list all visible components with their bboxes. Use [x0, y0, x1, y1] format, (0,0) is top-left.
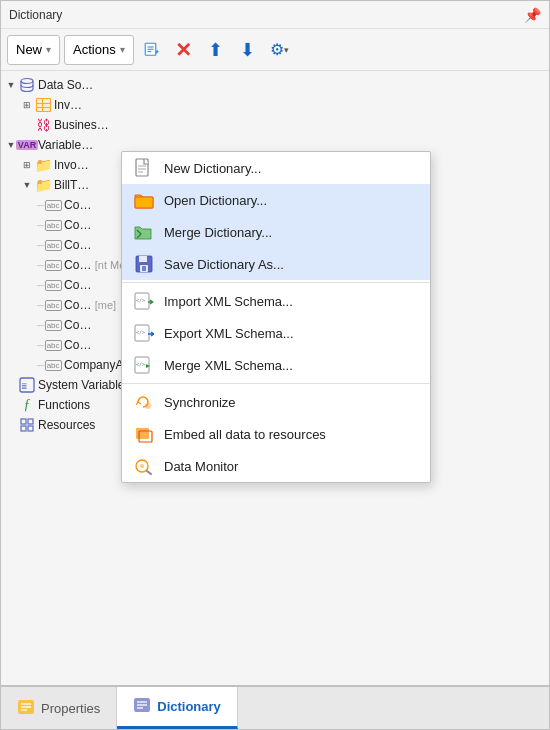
menu-item-label: Open Dictionary... — [164, 193, 267, 208]
tree-item-label: System Variables — [38, 378, 130, 392]
up-arrow-icon: ⬆ — [208, 39, 223, 61]
svg-text:</>: </> — [136, 329, 145, 335]
db-icon — [19, 77, 35, 93]
menu-item-label: Merge Dictionary... — [164, 225, 272, 240]
expand-icon: ⊞ — [21, 99, 33, 111]
window-title: Dictionary — [9, 8, 62, 22]
tree-item-label: Busines… — [54, 118, 109, 132]
svg-rect-11 — [43, 108, 50, 111]
tab-dictionary-label: Dictionary — [157, 699, 221, 714]
menu-item-merge-xml[interactable]: </> Merge XML Schema... — [122, 349, 430, 381]
actions-dropdown: New Dictionary... Open Dictionary... Mer… — [121, 151, 431, 483]
abc-icon: abc — [45, 317, 61, 333]
new-doc-icon — [134, 158, 154, 178]
abc-icon: abc — [45, 337, 61, 353]
folder-icon: 📁 — [35, 177, 51, 193]
import-xml-icon: </> — [134, 291, 154, 311]
tab-dictionary[interactable]: Dictionary — [117, 687, 238, 729]
menu-item-open-dict[interactable]: Open Dictionary... — [122, 184, 430, 216]
delete-icon: ✕ — [175, 38, 192, 62]
menu-item-label: New Dictionary... — [164, 161, 261, 176]
tree-line: ─ — [37, 300, 44, 311]
function-icon: ƒ — [19, 397, 35, 413]
expand-icon: ▼ — [5, 79, 17, 91]
svg-rect-7 — [43, 99, 50, 103]
edit-button[interactable] — [138, 36, 166, 64]
move-down-button[interactable]: ⬇ — [234, 36, 262, 64]
link-icon: ⛓ — [35, 117, 51, 133]
expand-icon — [21, 119, 33, 131]
new-button[interactable]: New ▾ — [7, 35, 60, 65]
tree-item-label: Invo… — [54, 158, 89, 172]
menu-item-label: Export XML Schema... — [164, 326, 294, 341]
tab-properties-label: Properties — [41, 701, 100, 716]
merge-xml-icon: </> — [134, 355, 154, 375]
monitor-icon — [134, 456, 154, 476]
menu-item-new-dict[interactable]: New Dictionary... — [122, 152, 430, 184]
menu-item-save-dict-as[interactable]: Save Dictionary As... — [122, 248, 430, 280]
settings-chevron: ▾ — [284, 45, 289, 55]
tree-line: ─ — [37, 360, 44, 371]
tab-properties[interactable]: Properties — [1, 687, 117, 729]
menu-item-label: Synchronize — [164, 395, 236, 410]
menu-item-merge-dict[interactable]: Merge Dictionary... — [122, 216, 430, 248]
actions-label: Actions — [73, 42, 116, 57]
menu-item-synchronize[interactable]: Synchronize — [122, 386, 430, 418]
save-icon — [134, 254, 154, 274]
abc-icon: abc — [45, 297, 61, 313]
svg-rect-17 — [28, 426, 33, 431]
menu-item-data-monitor[interactable]: Data Monitor — [122, 450, 430, 482]
expand-icon: ▼ — [21, 179, 33, 191]
tree-item-label: Variable… — [38, 138, 93, 152]
tab-bar: Properties Dictionary — [1, 685, 549, 729]
down-arrow-icon: ⬇ — [240, 39, 255, 61]
menu-item-embed-data[interactable]: Embed all data to resources — [122, 418, 430, 450]
abc-icon: abc — [45, 217, 61, 233]
folder-icon: 📁 — [35, 157, 51, 173]
menu-item-import-xml[interactable]: </> Import XML Schema... — [122, 285, 430, 317]
actions-chevron: ▾ — [120, 44, 125, 55]
expand-icon — [5, 419, 17, 431]
pin-icon[interactable]: 📌 — [524, 7, 541, 23]
move-up-button[interactable]: ⬆ — [202, 36, 230, 64]
actions-button[interactable]: Actions ▾ — [64, 35, 134, 65]
tree-line: ─ — [37, 240, 44, 251]
tree-item-label: BillT… — [54, 178, 89, 192]
expand-icon — [5, 399, 17, 411]
separator-1 — [122, 282, 430, 283]
properties-tab-icon — [17, 699, 35, 718]
svg-text:≣: ≣ — [22, 381, 28, 391]
open-folder-icon — [134, 190, 154, 210]
menu-item-label: Data Monitor — [164, 459, 238, 474]
settings-button[interactable]: ⚙ ▾ — [266, 36, 294, 64]
menu-item-label: Embed all data to resources — [164, 427, 326, 442]
tree-item-label: Co… — [64, 198, 91, 212]
edit-icon — [143, 41, 161, 59]
abc-icon: abc — [45, 357, 61, 373]
embed-icon — [134, 424, 154, 444]
tree-item-label: Inv… — [54, 98, 82, 112]
svg-point-37 — [140, 464, 144, 468]
delete-button[interactable]: ✕ — [170, 36, 198, 64]
abc-icon: abc — [45, 257, 61, 273]
tree-item-label: Co… — [64, 238, 91, 252]
tree-item-business[interactable]: ⛓ Busines… — [1, 115, 549, 135]
tree-item-data-sources[interactable]: ▼ Data So… — [1, 75, 549, 95]
menu-item-label: Import XML Schema... — [164, 294, 293, 309]
menu-item-label: Merge XML Schema... — [164, 358, 293, 373]
tree-item-label: Co… — [64, 218, 91, 232]
tree-line: ─ — [37, 200, 44, 211]
svg-text:</>: </> — [136, 361, 145, 367]
tree-item-inv1[interactable]: ⊞ Inv… — [1, 95, 549, 115]
svg-rect-34 — [136, 428, 149, 439]
svg-line-38 — [147, 471, 151, 474]
new-chevron: ▾ — [46, 44, 51, 55]
svg-rect-10 — [37, 108, 42, 111]
tree-item-label: Co… [me] — [64, 298, 116, 312]
abc-icon: abc — [45, 277, 61, 293]
tree-item-label: Resources — [38, 418, 95, 432]
title-bar: Dictionary 📌 — [1, 1, 549, 29]
dictionary-tab-icon — [133, 697, 151, 716]
new-label: New — [16, 42, 42, 57]
menu-item-export-xml[interactable]: </> Export XML Schema... — [122, 317, 430, 349]
